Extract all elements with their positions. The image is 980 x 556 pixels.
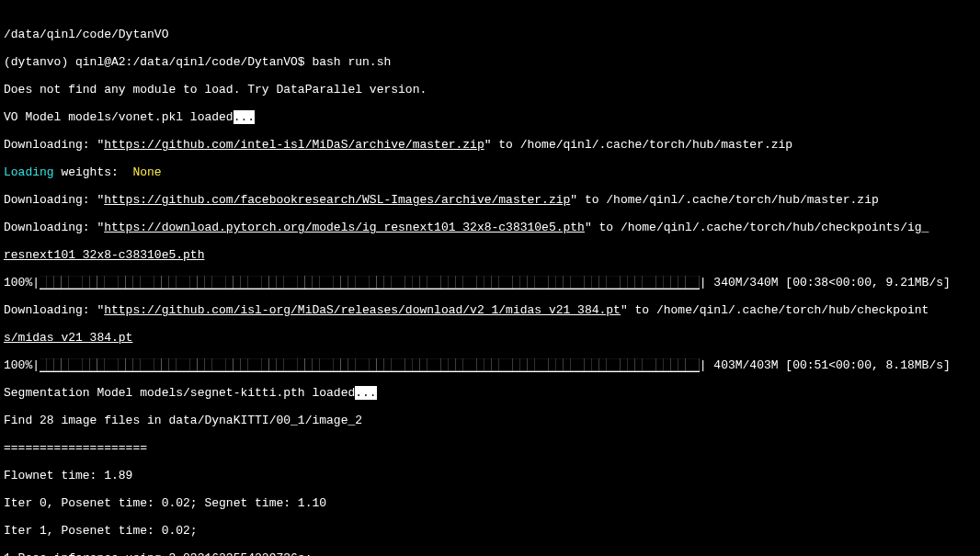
text: " to /home/qinl/.cache/torch/hub/checkpo… [621, 303, 929, 317]
dots-icon: ... [234, 110, 255, 124]
download-link-cont: resnext101_32x8-c38310e5.pth [4, 248, 204, 262]
text: Downloading: " [4, 138, 104, 152]
terminal-line: Iter 1, Posenet time: 0.02; [4, 524, 976, 538]
terminal-line: Downloading: "https://github.com/intel-i… [4, 138, 976, 152]
text: VO Model models/vonet.pkl loaded [4, 110, 234, 124]
progress-bar: 100%|███████████████████████████████████… [4, 358, 976, 372]
terminal-prompt[interactable]: (dytanvo) qinl@A2:/data/qinl/code/DytanV… [4, 55, 976, 69]
terminal-line: Find 28 image files in data/DynaKITTI/00… [4, 414, 976, 427]
download-link[interactable]: https://download.pytorch.org/models/ig_r… [104, 221, 585, 234]
text: Downloading: " [4, 221, 104, 234]
text: Downloading: " [4, 193, 104, 207]
text: " to /home/qinl/.cache/torch/hub/master.… [570, 193, 878, 207]
separator: ==================== [4, 441, 976, 455]
download-link[interactable]: https://github.com/intel-isl/MiDaS/archi… [104, 138, 484, 152]
download-link[interactable]: https://github.com/facebookresearch/WSL-… [104, 193, 570, 207]
text: Downloading: " [4, 303, 104, 317]
bar-fill-icon: ████████████████████████████████████████… [40, 358, 700, 372]
loading-label: Loading [4, 165, 54, 179]
terminal-line: Flownet time: 1.89 [4, 469, 976, 482]
terminal-line: Loading weights: None [4, 165, 976, 179]
progress-stats: | 340M/340M [00:38<00:00, 9.21MB/s] [700, 276, 951, 289]
progress-stats: | 403M/403M [00:51<00:00, 8.18MB/s] [700, 358, 951, 372]
text: " to /home/qinl/.cache/torch/hub/master.… [484, 138, 792, 152]
terminal-line: Downloading: "https://github.com/isl-org… [4, 303, 976, 317]
none-value: None [132, 165, 161, 179]
terminal-line: Downloading: "https://github.com/faceboo… [4, 193, 976, 207]
dots-icon: ... [355, 386, 376, 400]
terminal-line: Segmentation Model models/segnet-kitti.p… [4, 386, 976, 400]
terminal-line: Iter 0, Posenet time: 0.02; Segnet time:… [4, 496, 976, 510]
terminal-line: s/midas_v21_384.pt [4, 331, 976, 345]
terminal-line: VO Model models/vonet.pkl loaded... [4, 110, 976, 124]
terminal-line: /data/qinl/code/DytanVO [4, 28, 976, 41]
terminal-line: Downloading: "https://download.pytorch.o… [4, 221, 976, 234]
bar-fill-icon: ████████████████████████████████████████… [40, 276, 700, 289]
text: weights: [54, 165, 133, 179]
percent: 100%| [4, 358, 40, 372]
text: " to /home/qinl/.cache/torch/hub/checkpo… [585, 221, 929, 234]
progress-bar: 100%|███████████████████████████████████… [4, 276, 976, 289]
percent: 100%| [4, 276, 40, 289]
terminal-line: Does not find any module to load. Try Da… [4, 83, 976, 96]
text: Segmentation Model models/segnet-kitti.p… [4, 386, 355, 400]
terminal-line: 1 Pose inference using 3.033162355422973… [4, 551, 976, 556]
terminal-line: resnext101_32x8-c38310e5.pth [4, 248, 976, 262]
download-link[interactable]: https://github.com/isl-org/MiDaS/release… [104, 303, 621, 317]
download-link-cont: s/midas_v21_384.pt [4, 331, 132, 345]
